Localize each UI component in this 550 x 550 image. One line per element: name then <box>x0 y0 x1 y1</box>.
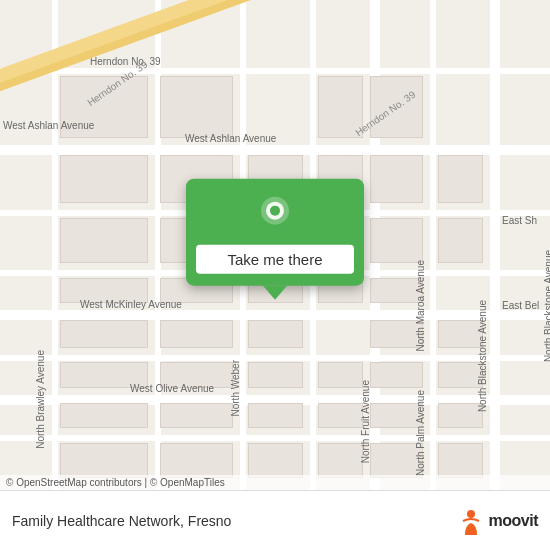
road-h6 <box>0 435 550 441</box>
block <box>60 155 148 203</box>
map-container: Herndon No. 39 West Ashlan Avenue West M… <box>0 0 550 490</box>
blackstone-east-label: North Blackstone Avenue <box>543 250 550 362</box>
road-h5 <box>0 355 550 361</box>
block <box>438 155 483 203</box>
east-sh-label: East Sh <box>502 215 537 226</box>
east-bel-label: East Bel <box>502 300 539 311</box>
svg-point-3 <box>467 510 475 518</box>
maroa-label: North Maroa Avenue <box>415 260 426 352</box>
block <box>370 362 423 388</box>
block <box>248 362 303 388</box>
block <box>248 320 303 348</box>
location-popup: Take me there <box>186 179 364 286</box>
block <box>60 320 148 348</box>
moovit-icon <box>457 507 485 535</box>
moovit-text: moovit <box>489 512 538 530</box>
block <box>318 362 363 388</box>
block <box>60 403 148 428</box>
block <box>438 443 483 478</box>
road-brawley <box>52 0 58 490</box>
map-attribution: © OpenStreetMap contributors | © OpenMap… <box>0 475 550 490</box>
moovit-logo: moovit <box>457 507 538 535</box>
road-mckinley <box>0 310 550 320</box>
olive-label: West Olive Avenue <box>130 383 214 394</box>
block <box>248 403 303 428</box>
block <box>370 155 423 203</box>
weber-label: North Weber <box>230 360 241 417</box>
block <box>160 76 233 138</box>
block <box>160 320 233 348</box>
take-me-there-button[interactable]: Take me there <box>196 245 354 274</box>
herndon-label: Herndon No. 39 <box>90 56 161 67</box>
place-info: Family Healthcare Network, Fresno <box>12 513 231 529</box>
brawley-label: North Brawley Avenue <box>35 350 46 449</box>
ashlan-left-label: West Ashlan Avenue <box>3 120 94 131</box>
block <box>318 443 363 478</box>
ashlan-west-label: West Ashlan Avenue <box>185 133 276 144</box>
road-ashlan <box>0 145 550 155</box>
block <box>60 218 148 263</box>
block <box>60 443 148 478</box>
block <box>318 403 363 428</box>
block <box>160 443 233 478</box>
road-blackstone <box>490 0 500 490</box>
block <box>370 218 423 263</box>
fruit-label: North Fruit Avenue <box>360 380 371 463</box>
road-herndon <box>0 68 550 74</box>
svg-point-2 <box>270 206 280 216</box>
bottom-bar: Family Healthcare Network, Fresno moovit <box>0 490 550 550</box>
location-pin-icon <box>253 193 297 237</box>
block <box>160 403 233 428</box>
block <box>248 443 303 478</box>
mckinley-label: West McKinley Avenue <box>80 299 182 310</box>
blackstone-label: North Blackstone Avenue <box>477 300 488 412</box>
place-name: Family Healthcare Network, Fresno <box>12 513 231 529</box>
road-palm <box>430 0 436 490</box>
palm-label: North Palm Avenue <box>415 390 426 476</box>
block <box>438 218 483 263</box>
